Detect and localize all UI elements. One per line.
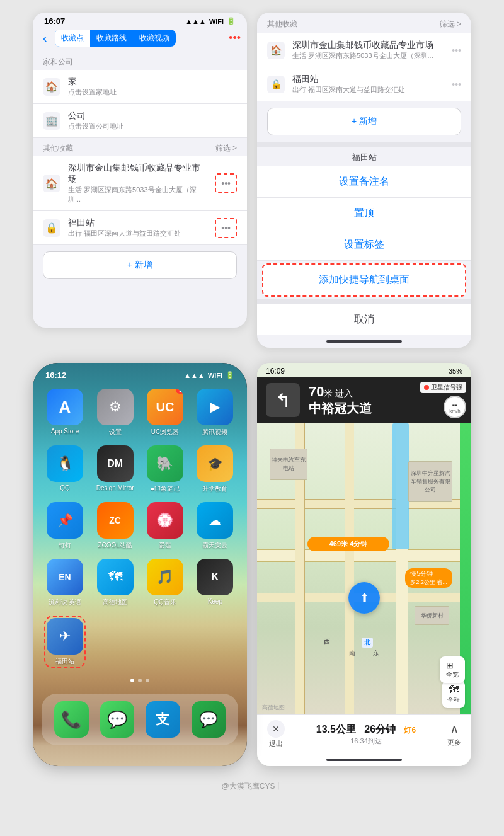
add-button[interactable]: + 新增	[43, 251, 237, 279]
app-dingding[interactable]: 📌 钉钉	[44, 502, 86, 550]
as-item-1[interactable]: 🏠 深圳市金山集邮钱币收藏品专业市场 生活·罗湖区深南东路5033号金山大厦（深…	[257, 33, 471, 67]
as-item2-dots[interactable]: •••	[452, 79, 461, 89]
section-others-row: 其他收藏 筛选 >	[33, 138, 247, 156]
app-qqmusic[interactable]: 🎵 QQ音乐	[144, 559, 185, 607]
nav-instruction: ↱ 70米 进入 中裕冠大道 卫星信号强 -- km/h	[257, 377, 471, 423]
compass-icon[interactable]: ⬆	[348, 582, 380, 614]
app-tengxunvideo[interactable]: ▶ 腾讯视频	[195, 389, 236, 437]
wifi-icon: WiFi	[209, 18, 224, 25]
fav1-dots[interactable]: •••	[215, 173, 237, 193]
dock-messages-icon[interactable]: 💬	[100, 701, 135, 738]
tab-favorites-point[interactable]: 收藏点	[55, 30, 90, 47]
evernote-icon: 🐘	[147, 445, 183, 482]
filter-button[interactable]: 筛选 >	[215, 143, 237, 154]
app-shengjiao[interactable]: 🎓 升学教育	[195, 445, 236, 493]
nav-speed-display: -- km/h	[444, 396, 466, 418]
company-icon: 🏢	[43, 112, 60, 130]
section-home-company: 家和公司	[33, 52, 247, 70]
page-dot-3	[146, 679, 149, 682]
fav2-icon: 🔒	[43, 219, 60, 237]
gaode-label: 高德地图	[103, 598, 128, 607]
keep-label: Keep	[208, 598, 222, 605]
nav-status-time: 16:09	[266, 367, 285, 375]
as-item2-icon: 🔒	[267, 76, 285, 93]
app-appstore[interactable]: A App Store	[44, 389, 86, 437]
evernote-label: ●印象笔记	[151, 484, 180, 493]
app-zcool[interactable]: ZC ZCOOL站酷	[94, 502, 135, 550]
app-uc[interactable]: UC 2 UC浏览器	[144, 389, 185, 437]
ailian-label: 爱莲	[159, 541, 171, 550]
app-gaode[interactable]: 🗺 高德地图	[94, 559, 135, 607]
nav-eta-bar: ✕ 退出 13.5公里 26分钟 灯6 16:34到达 ∧ 更多	[257, 714, 471, 753]
fav-item-1[interactable]: 🏠 深圳市金山集邮钱币收藏品专业市场 生活·罗湖区深南东路5033号金山大厦（深…	[33, 156, 247, 211]
nav-map-area[interactable]: 469米 4分钟 慢5分钟 多2.2公里 省... 特来电汽车充电站 深圳中升星…	[257, 423, 471, 714]
section-others-title: 其他收藏	[43, 143, 73, 154]
app-tiancloud[interactable]: ☁ 霸天安云	[195, 502, 236, 550]
status-bar: 16:07 ▲▲▲ WiFi 🔋	[33, 13, 247, 27]
watermark: @大漠飞鹰CYS丨	[13, 776, 491, 794]
dock: 📞 💬 支 💬	[42, 694, 238, 745]
as-action-alias[interactable]: 设置备注名	[257, 166, 471, 198]
battery-icon: 🔋	[227, 17, 236, 25]
tab-favorites-route[interactable]: 收藏路线	[90, 30, 133, 47]
shengjiao-label: 升学教育	[202, 484, 227, 493]
home-phone: 16:12 ▲▲▲ WiFi 🔋 A App Store ⚙ 设置	[33, 363, 247, 766]
uc-badge: 2	[176, 389, 183, 394]
home-status-time: 16:12	[45, 370, 66, 380]
favorites-phone: 16:07 ▲▲▲ WiFi 🔋 ‹ 收藏点 收藏路线 收藏视频 ••• 家和公…	[33, 13, 247, 328]
app-settings[interactable]: ⚙ 设置	[94, 389, 135, 437]
as-item1-text: 深圳市金山集邮钱币收藏品专业市场 生活·罗湖区深南东路5033号金山大厦（深圳.…	[292, 40, 444, 60]
dingding-icon: 📌	[47, 502, 83, 539]
app-evernote[interactable]: 🐘 ●印象笔记	[144, 445, 185, 493]
uc-label: UC浏览器	[151, 428, 179, 437]
nav-exit-button[interactable]: ✕ 退出	[267, 720, 285, 748]
app-keep[interactable]: K Keep	[195, 559, 236, 607]
app-qq[interactable]: 🐧 QQ	[44, 445, 86, 493]
as-add-button[interactable]: + 新增	[267, 108, 461, 135]
as-cancel-button[interactable]: 取消	[257, 304, 471, 335]
as-others-title: 其他收藏	[267, 19, 297, 30]
as-item2-text: 福田站 出行·福田区深南大道与益田路交汇处	[292, 74, 444, 94]
as-action-tag[interactable]: 设置标签	[257, 229, 471, 261]
page-dots	[33, 675, 247, 686]
ailian-icon: 💮	[147, 502, 183, 539]
dock-alipay-icon[interactable]: 支	[146, 701, 180, 738]
tab-group[interactable]: 收藏点 收藏路线 收藏视频	[55, 30, 176, 47]
app-ailian[interactable]: 💮 爱莲	[144, 502, 185, 550]
as-action-top[interactable]: 置顶	[257, 198, 471, 229]
app-liulishuo[interactable]: EN 流利说·英语	[44, 559, 86, 607]
fav1-text: 深圳市金山集邮钱币收藏品专业市场 生活·罗湖区深南东路5033号金山大厦（深圳.…	[68, 163, 207, 204]
home-status-bar: 16:12 ▲▲▲ WiFi 🔋	[33, 363, 247, 382]
home-item-text: 家 点击设置家地址	[68, 76, 237, 97]
tab-favorites-video[interactable]: 收藏视频	[133, 30, 176, 47]
as-item1-sub: 生活·罗湖区深南东路5033号金山大厦（深圳...	[292, 51, 444, 60]
west-label: 西	[324, 638, 330, 648]
as-action-shortcut[interactable]: 添加快捷导航到桌面	[262, 263, 466, 297]
as-item-2[interactable]: 🔒 福田站 出行·福田区深南大道与益田路交汇处 •••	[257, 67, 471, 101]
tengxun-icon: ▶	[197, 389, 233, 425]
as-filter[interactable]: 筛选 >	[440, 19, 461, 30]
back-button[interactable]: ‹	[39, 30, 51, 47]
as-item2-title: 福田站	[292, 74, 444, 85]
tengxun-label: 腾讯视频	[202, 428, 227, 437]
app-futianstation[interactable]: ✈ 福田站	[44, 616, 86, 668]
dock-phone-icon[interactable]: 📞	[54, 701, 89, 738]
fav-item-2[interactable]: 🔒 福田站 出行·福田区深南大道与益田路交汇处 •••	[33, 211, 247, 245]
zoom-button[interactable]: ⊞ 全览	[440, 656, 465, 683]
home-title: 家	[68, 76, 237, 88]
fullview-button[interactable]: 🗺 全程	[442, 680, 465, 708]
designmirror-label: Design Mirror	[96, 484, 134, 491]
status-time: 16:07	[44, 16, 65, 26]
more-button[interactable]: •••	[229, 31, 241, 45]
as-item1-dots[interactable]: •••	[452, 45, 461, 55]
fav2-dots[interactable]: •••	[215, 218, 237, 238]
company-item[interactable]: 🏢 公司 点击设置公司地址	[33, 104, 247, 138]
as-header: 其他收藏 筛选 >	[257, 13, 471, 33]
dingding-label: 钉钉	[59, 541, 71, 550]
app-designmirror[interactable]: DM Design Mirror	[94, 445, 135, 493]
as-item1-icon: 🏠	[267, 42, 285, 59]
qqmusic-label: QQ音乐	[154, 598, 176, 607]
nav-more-button[interactable]: ∧ 更多	[447, 721, 461, 747]
home-item[interactable]: 🏠 家 点击设置家地址	[33, 70, 247, 104]
dock-wechat-icon[interactable]: 💬	[192, 701, 226, 738]
